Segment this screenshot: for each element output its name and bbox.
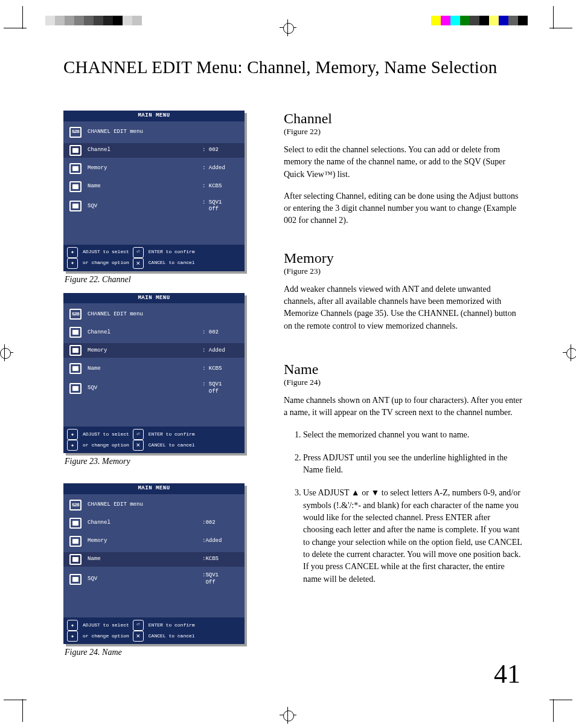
- hint-enter-text: ENTER to confirm: [149, 249, 195, 255]
- tv-icon: [69, 327, 82, 338]
- osd-label: SQV: [88, 203, 130, 210]
- hint-cancel-icon: [133, 631, 144, 642]
- registration-mark: [0, 344, 13, 361]
- colorbar-left: [45, 16, 142, 25]
- osd-hint-bar: ADJUST to selectENTER to confirmor chang…: [63, 427, 245, 453]
- hint-change-icon: [67, 440, 78, 451]
- tv-icon: [69, 536, 82, 547]
- hint-enter-icon: [133, 620, 144, 631]
- hint-adjust-text: ADJUST to select: [83, 431, 129, 437]
- osd-value: : Added: [202, 165, 238, 172]
- osd-row-header: 528CHANNEL EDIT menu: [63, 498, 245, 512]
- trim-mark: [553, 699, 554, 722]
- trim-mark: [553, 6, 554, 29]
- figure-caption: Figure 24. Name: [65, 648, 254, 657]
- osd-row-header: 528CHANNEL EDIT menu: [63, 125, 245, 140]
- osd-label: Channel: [88, 147, 130, 154]
- osd-label: Channel: [88, 329, 130, 337]
- section-heading-memory: Memory: [284, 250, 522, 266]
- body-text: After selecting Channel, editing can be …: [284, 190, 522, 227]
- registration-mark: [280, 19, 296, 36]
- osd-value: :KCBS: [202, 556, 238, 563]
- tv-icon: [69, 345, 82, 356]
- osd-value: : 002: [202, 329, 238, 337]
- body-text: Add weaker channels viewed with ANT and …: [284, 283, 522, 332]
- hint-adjust-icon: [67, 429, 78, 440]
- menu-icon: 528: [69, 309, 82, 320]
- tv-icon: [69, 201, 82, 211]
- hint-change-text: or change option: [83, 442, 129, 448]
- step-item: Press ADJUST until you see the underline…: [303, 452, 522, 477]
- osd-subhead: CHANNEL EDIT menu: [88, 311, 143, 318]
- figure-caption: Figure 23. Memory: [65, 457, 254, 466]
- osd-row-sqv: SQV: SQV1 Off: [63, 198, 245, 215]
- osd-value: : 002: [202, 147, 238, 154]
- step-item: Select the memorized channel you want to…: [303, 429, 522, 441]
- hint-cancel-text: CANCEL to cancel: [149, 260, 195, 266]
- trim-mark: [22, 699, 23, 722]
- osd-value: : SQV1 Off: [202, 381, 238, 395]
- hint-change-text: or change option: [83, 633, 129, 639]
- hint-enter-icon: [133, 429, 144, 440]
- section-heading-channel: Channel: [284, 111, 522, 127]
- body-text: Select to edit the channel selections. Y…: [284, 144, 522, 181]
- osd-row-channel: Channel: 002: [63, 143, 245, 158]
- osd-subhead: CHANNEL EDIT menu: [88, 129, 143, 136]
- osd-value: :Added: [202, 538, 238, 545]
- tv-icon: [69, 518, 82, 529]
- osd-label: Memory: [88, 538, 130, 545]
- menu-icon: 528: [69, 500, 82, 511]
- osd-title: MAIN MENU: [63, 293, 245, 304]
- step-item: Use ADJUST ▲ or ▼ to select letters A-Z,…: [303, 487, 522, 585]
- registration-mark: [563, 344, 576, 361]
- hint-enter-text: ENTER to confirm: [149, 431, 195, 437]
- osd-label: Channel: [88, 520, 130, 527]
- osd-value: : KCBS: [202, 183, 238, 190]
- hint-cancel-text: CANCEL to cancel: [149, 633, 195, 639]
- osd-screenshot: MAIN MENU528CHANNEL EDIT menuChannel: 00…: [63, 293, 245, 454]
- tv-icon: [69, 363, 82, 374]
- hint-adjust-icon: [67, 247, 78, 258]
- osd-row-channel: Channel:002: [63, 516, 245, 530]
- osd-row-memory: Memory: Added: [63, 343, 245, 358]
- trim-mark: [549, 28, 572, 28]
- osd-row-channel: Channel: 002: [63, 325, 245, 340]
- hint-enter-icon: [133, 247, 144, 258]
- osd-value: : SQV1 Off: [202, 199, 238, 213]
- tv-icon: [69, 574, 82, 585]
- osd-screenshot: MAIN MENU528CHANNEL EDIT menuChannel:002…: [63, 483, 245, 644]
- menu-icon: 528: [69, 127, 82, 138]
- trim-mark: [549, 700, 572, 700]
- osd-row-sqv: SQV:SQV1 Off: [63, 570, 245, 588]
- osd-value: : KCBS: [202, 366, 238, 373]
- steps-list: Select the memorized channel you want to…: [284, 429, 522, 585]
- osd-row-header: 528CHANNEL EDIT menu: [63, 307, 245, 321]
- section-heading-name: Name: [284, 361, 522, 378]
- osd-hint-bar: ADJUST to selectENTER to confirmor chang…: [63, 245, 245, 271]
- osd-value: :002: [202, 520, 238, 527]
- osd-label: SQV: [88, 385, 130, 392]
- tv-icon: [69, 181, 82, 192]
- hint-adjust-icon: [67, 620, 78, 631]
- osd-label: Memory: [88, 347, 130, 355]
- hint-adjust-text: ADJUST to select: [83, 249, 129, 255]
- page-number: 41: [494, 659, 520, 689]
- osd-value: : Added: [202, 347, 238, 355]
- figure-ref: (Figure 24): [284, 378, 522, 387]
- osd-value: :SQV1 Off: [202, 572, 238, 586]
- osd-row-sqv: SQV: SQV1 Off: [63, 379, 245, 397]
- osd-screenshot: MAIN MENU528CHANNEL EDIT menuChannel: 00…: [63, 111, 245, 271]
- hint-cancel-icon: [133, 440, 144, 451]
- osd-title: MAIN MENU: [63, 111, 245, 121]
- hint-cancel-icon: [133, 258, 144, 269]
- osd-label: Name: [88, 183, 130, 190]
- hint-change-icon: [67, 631, 78, 642]
- osd-row-name: Name: KCBS: [63, 361, 245, 376]
- figure-caption: Figure 22. Channel: [65, 275, 254, 285]
- osd-subhead: CHANNEL EDIT menu: [88, 501, 143, 509]
- osd-label: Memory: [88, 165, 130, 172]
- trim-mark: [4, 28, 27, 28]
- colorbar-right: [431, 16, 528, 25]
- trim-mark: [22, 6, 23, 29]
- body-text: Name channels shown on ANT (up to four c…: [284, 395, 522, 419]
